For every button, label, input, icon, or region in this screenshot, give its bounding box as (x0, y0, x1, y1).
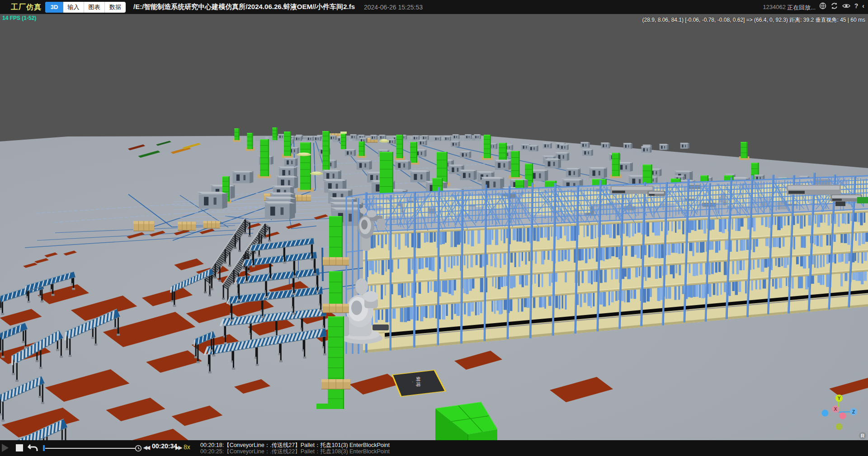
svg-text:X: X (834, 407, 837, 412)
svg-text:Y: Y (838, 396, 841, 401)
svg-text:·: · (410, 381, 415, 383)
svg-text:R: R (861, 433, 864, 438)
svg-text:Z: Z (852, 409, 855, 414)
svg-text:蚌埠: 蚌埠 (415, 377, 421, 387)
